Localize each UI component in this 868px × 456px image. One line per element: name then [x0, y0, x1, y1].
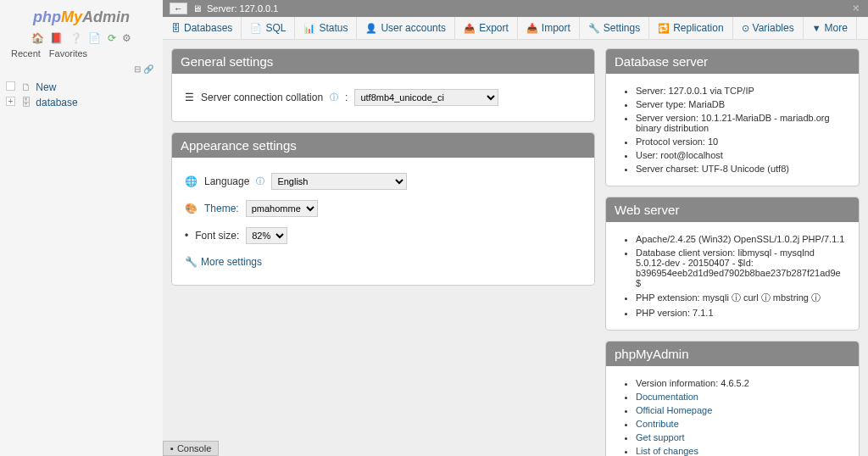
info-item: User: root@localhost	[636, 148, 846, 162]
panel-general-settings: General settings ☰ Server connection col…	[171, 48, 595, 122]
collapse-topbar-icon[interactable]: ⤨	[852, 3, 860, 14]
info-item: Database client version: libmysql - mysq…	[636, 246, 846, 290]
menu-settings[interactable]: 🔧Settings	[580, 17, 649, 39]
theme-icon: 🎨	[185, 203, 198, 214]
new-db-icon: 🗋	[21, 81, 31, 93]
tree-label: New	[36, 81, 56, 93]
import-icon: 📥	[526, 23, 538, 34]
server-label: Server: 127.0.0.1	[207, 3, 278, 14]
panel-title: Database server	[606, 49, 859, 74]
menu-replication[interactable]: 🔁Replication	[649, 17, 732, 39]
info-item: Server charset: UTF-8 Unicode (utf8)	[636, 162, 846, 175]
reload-icon[interactable]: ⟳	[108, 32, 116, 44]
sidebar: phpMyAdmin 🏠 📕 ❔ 📄 ⟳ ⚙ Recent Favorites …	[0, 0, 163, 456]
theme-select[interactable]: pmahomme	[246, 200, 318, 217]
tree-label: database	[36, 97, 77, 108]
menu-databases[interactable]: 🗄Databases	[163, 17, 242, 39]
main-menu: 🗄Databases 📄SQL 📊Status 👤User accounts 📤…	[163, 17, 868, 40]
language-label: Language	[204, 175, 249, 187]
menu-export[interactable]: 📤Export	[455, 17, 518, 39]
status-icon: 📊	[303, 23, 315, 34]
db-tree: 🗋 New + 🗄 database	[4, 75, 159, 114]
docs-icon[interactable]: ❔	[70, 32, 82, 44]
link-support[interactable]: Get support	[636, 432, 684, 442]
db-icon: 🗄	[21, 97, 31, 108]
panel-title: Appearance settings	[172, 133, 594, 158]
menu-sql[interactable]: 📄SQL	[242, 17, 295, 39]
logo[interactable]: phpMyAdmin	[4, 4, 159, 31]
info-item: PHP version: 7.1.1	[636, 306, 846, 320]
info-item: Apache/2.4.25 (Win32) OpenSSL/1.0.2j PHP…	[636, 232, 846, 246]
wrench-icon: 🔧	[185, 256, 198, 268]
tree-controls: ⊟ 🔗	[4, 63, 159, 75]
sql-icon: 📄	[250, 23, 262, 34]
panel-title: Web server	[606, 197, 859, 222]
menu-variables[interactable]: ⊙Variables	[733, 17, 804, 39]
link-documentation[interactable]: Documentation	[636, 392, 698, 402]
menu-import[interactable]: 📥Import	[518, 17, 580, 39]
back-button[interactable]: ←	[170, 3, 187, 14]
collapse-all-icon[interactable]: ⊟	[134, 64, 141, 74]
bullet-icon: •	[185, 230, 188, 242]
home-icon[interactable]: 🏠	[31, 32, 44, 44]
logo-quick-icons: 🏠 📕 ❔ 📄 ⟳ ⚙	[4, 32, 159, 44]
variables-icon: ⊙	[742, 23, 749, 34]
tab-recent[interactable]: Recent	[11, 48, 41, 58]
expand-icon[interactable]: +	[6, 97, 15, 106]
export-icon: 📤	[464, 23, 476, 34]
fontsize-select[interactable]: 82%	[246, 227, 287, 244]
collation-select[interactable]: utf8mb4_unicode_ci	[354, 89, 498, 106]
logout-icon[interactable]: 📕	[50, 32, 63, 44]
panel-database-server: Database server Server: 127.0.0.1 via TC…	[605, 48, 860, 186]
databases-icon: 🗄	[171, 23, 181, 33]
main: ← 🖥 Server: 127.0.0.1 ⤨ 🗄Databases 📄SQL …	[163, 0, 868, 456]
menu-status[interactable]: 📊Status	[295, 17, 357, 39]
theme-label[interactable]: Theme:	[204, 203, 239, 214]
panel-title: General settings	[172, 49, 594, 74]
users-icon: 👤	[365, 23, 377, 34]
link-contribute[interactable]: Contribute	[636, 419, 679, 429]
tab-favorites[interactable]: Favorites	[49, 48, 87, 58]
console-icon: ▪	[170, 443, 174, 453]
panel-phpmyadmin: phpMyAdmin Version information: 4.6.5.2 …	[605, 341, 860, 456]
logo-admin: Admin	[82, 8, 130, 25]
help-icon[interactable]: ⓘ	[330, 92, 338, 103]
collation-label: Server connection collation	[201, 92, 323, 103]
server-icon: 🖥	[192, 3, 202, 14]
version-info: Version information: 4.6.5.2	[636, 376, 846, 390]
fontsize-label: Font size:	[195, 230, 239, 242]
chevron-down-icon: ▼	[812, 23, 821, 33]
menu-users[interactable]: 👤User accounts	[357, 17, 455, 39]
collation-icon: ☰	[185, 92, 194, 103]
info-item: Server type: MariaDB	[636, 97, 846, 111]
info-item: Server: 127.0.0.1 via TCP/IP	[636, 84, 846, 97]
tree-item-database[interactable]: + 🗄 database	[4, 95, 159, 110]
sql-icon[interactable]: 📄	[88, 32, 101, 44]
help-icon[interactable]: ⓘ	[256, 175, 264, 187]
panel-appearance-settings: Appearance settings 🌐 Language ⓘ English…	[171, 132, 595, 286]
info-item: Server version: 10.1.21-MariaDB - mariad…	[636, 111, 846, 135]
expand-icon[interactable]	[6, 81, 15, 91]
settings-icon: 🔧	[588, 23, 600, 34]
panel-title: phpMyAdmin	[606, 342, 859, 366]
info-item: PHP extension: mysqli ⓘ curl ⓘ mbstring …	[636, 290, 846, 306]
language-select[interactable]: English	[271, 173, 407, 190]
content: General settings ☰ Server connection col…	[163, 40, 868, 456]
replication-icon: 🔁	[658, 23, 670, 34]
panel-web-server: Web server Apache/2.4.25 (Win32) OpenSSL…	[605, 197, 860, 331]
logo-my: My	[61, 8, 82, 25]
link-changes[interactable]: List of changes	[636, 446, 698, 456]
link-homepage[interactable]: Official Homepage	[636, 405, 712, 415]
link-icon[interactable]: 🔗	[143, 64, 153, 74]
sidebar-tabs: Recent Favorites	[4, 44, 159, 63]
logo-php: php	[33, 8, 61, 25]
console-toggle[interactable]: ▪ Console	[163, 441, 219, 456]
language-icon: 🌐	[185, 175, 198, 187]
info-item: Protocol version: 10	[636, 135, 846, 148]
more-settings-link[interactable]: 🔧 More settings	[185, 249, 581, 275]
gear-icon[interactable]: ⚙	[122, 32, 131, 44]
topbar: ← 🖥 Server: 127.0.0.1 ⤨	[163, 0, 868, 17]
menu-more[interactable]: ▼More	[804, 17, 857, 39]
tree-item-new[interactable]: 🗋 New	[4, 80, 159, 95]
